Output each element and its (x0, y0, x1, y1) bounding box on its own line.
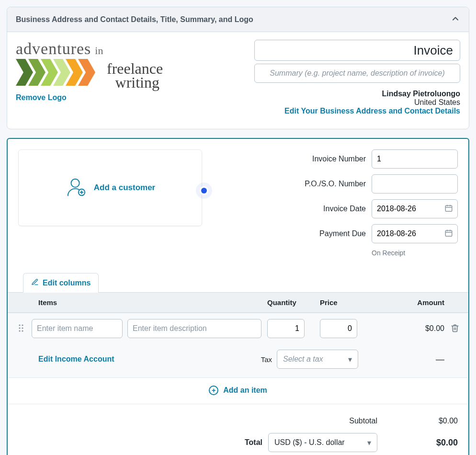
business-details: Lindsay Pietroluongo United States Edit … (254, 90, 460, 115)
total-value: $0.00 (377, 438, 458, 448)
remove-logo-link[interactable]: Remove Logo (16, 93, 67, 102)
accordion-header[interactable]: Business Address and Contact Details, Ti… (7, 7, 469, 32)
edit-business-details-link[interactable]: Edit Your Business Address and Contact D… (284, 107, 460, 115)
edit-columns-button[interactable]: Edit columns (23, 273, 99, 293)
item-amount: $0.00 (373, 324, 444, 333)
th-items: Items (32, 298, 267, 307)
svg-point-18 (19, 324, 20, 326)
business-details-card: Business Address and Contact Details, Ti… (7, 7, 469, 129)
table-header: Items Quantity Price Amount (8, 293, 468, 313)
caret-down-icon: ▾ (348, 355, 352, 364)
edit-income-account-link[interactable]: Edit Income Account (32, 355, 248, 364)
svg-rect-14 (445, 230, 452, 236)
item-price-input[interactable] (320, 319, 357, 338)
business-logo: adventures in freelance writing (16, 40, 159, 90)
invoice-card: Add a customer Invoice Number P.O./S.O. … (7, 138, 469, 455)
add-customer-button[interactable]: Add a customer (18, 149, 202, 226)
currency-select[interactable]: USD ($) - U.S. dollar ▾ (268, 433, 377, 452)
caret-down-icon: ▾ (367, 438, 371, 447)
delete-item-button[interactable] (444, 324, 465, 334)
invoice-number-label: Invoice Number (312, 155, 366, 163)
pencil-icon (31, 278, 39, 288)
totals-section: Subtotal $0.00 Total USD ($) - U.S. doll… (8, 404, 468, 455)
focus-indicator-icon (196, 183, 212, 198)
title-section: Lindsay Pietroluongo United States Edit … (254, 40, 460, 115)
svg-point-20 (19, 327, 20, 329)
th-quantity: Quantity (267, 298, 320, 307)
tax-amount: — (373, 354, 444, 364)
logo-text-adventures: adventures (16, 40, 91, 58)
plus-circle-icon: + (209, 386, 218, 395)
invoice-date-label: Invoice Date (323, 205, 366, 213)
payment-due-row: Payment Due (305, 224, 458, 243)
item-description-input[interactable] (127, 319, 261, 338)
po-number-input[interactable] (372, 174, 458, 193)
invoice-number-row: Invoice Number (305, 149, 458, 169)
item-quantity-input[interactable] (267, 319, 305, 338)
po-number-label: P.O./S.O. Number (305, 180, 366, 188)
svg-point-22 (19, 330, 20, 331)
subtotal-label: Subtotal (262, 417, 377, 425)
subtotal-row: Subtotal $0.00 (18, 413, 458, 429)
svg-point-23 (22, 330, 23, 331)
logo-text-in: in (95, 45, 103, 57)
chevron-up-icon (451, 14, 460, 25)
tax-select[interactable]: Select a tax ▾ (277, 350, 358, 369)
payment-due-label: Payment Due (319, 229, 366, 238)
calendar-icon[interactable] (444, 229, 453, 239)
po-number-row: P.O./S.O. Number (305, 174, 458, 193)
total-row: Total USD ($) - U.S. dollar ▾ $0.00 (18, 429, 458, 455)
total-label: Total (18, 438, 262, 447)
invoice-date-row: Invoice Date (305, 199, 458, 218)
item-name-input[interactable] (32, 319, 123, 338)
tax-select-placeholder: Select a tax (283, 355, 323, 364)
business-name: Lindsay Pietroluongo (254, 90, 460, 98)
drag-handle-icon[interactable] (11, 324, 32, 334)
table-row-wrap: $0.00 Edit Income Account Tax Select a t… (8, 313, 468, 378)
invoice-meta-fields: Invoice Number P.O./S.O. Number Invoice … (305, 149, 458, 257)
add-item-button[interactable]: + Add an item (8, 378, 468, 404)
svg-marker-0 (16, 59, 33, 86)
logo-script: freelance writing (107, 62, 159, 90)
svg-point-6 (71, 179, 79, 187)
add-item-label: Add an item (223, 386, 267, 395)
line-items-table: Items Quantity Price Amount $0.00 (8, 292, 468, 404)
currency-display: USD ($) - U.S. dollar (274, 438, 345, 447)
subtotal-value: $0.00 (377, 417, 458, 425)
th-amount: Amount (373, 298, 444, 307)
calendar-icon[interactable] (444, 204, 453, 214)
invoice-summary-input[interactable] (254, 64, 460, 83)
tax-label: Tax (248, 355, 277, 364)
edit-columns-label: Edit columns (43, 279, 91, 287)
accordion-body: adventures in freelance writing Remove L… (7, 32, 469, 129)
svg-point-19 (22, 324, 23, 326)
invoice-number-input[interactable] (372, 149, 458, 169)
accordion-title: Business Address and Contact Details, Ti… (16, 15, 253, 24)
invoice-title-input[interactable] (254, 40, 460, 61)
table-row: $0.00 (11, 319, 465, 338)
logo-section: adventures in freelance writing Remove L… (16, 40, 159, 115)
customer-section: Add a customer (18, 149, 202, 226)
svg-point-21 (22, 327, 23, 329)
person-add-icon (65, 176, 87, 200)
invoice-top: Add a customer Invoice Number P.O./S.O. … (8, 139, 468, 262)
table-row-extra: Edit Income Account Tax Select a tax ▾ — (11, 350, 465, 369)
th-price: Price (320, 298, 373, 307)
business-location: United States (254, 98, 460, 107)
add-customer-label: Add a customer (94, 183, 155, 193)
svg-rect-10 (445, 205, 452, 211)
payment-due-hint: On Receipt (372, 249, 458, 257)
